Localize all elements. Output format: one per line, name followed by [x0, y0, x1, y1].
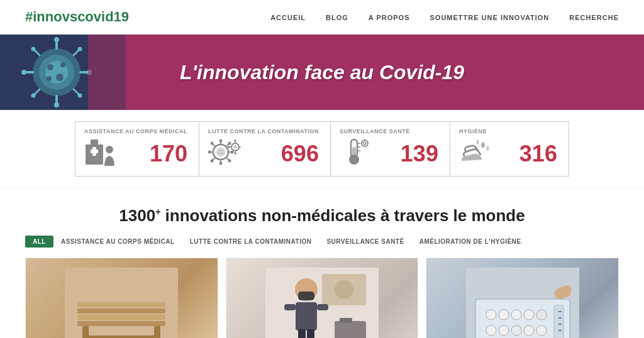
innovations-count: 1300	[119, 206, 155, 225]
svg-point-53	[234, 152, 236, 155]
filter-all[interactable]: ALL	[25, 236, 53, 248]
stat-number-contamination: 696	[281, 143, 319, 165]
nav-blog[interactable]: BLOG	[326, 14, 348, 21]
card-medical-kit[interactable]	[426, 258, 619, 338]
svg-rect-67	[77, 308, 165, 313]
svg-point-55	[228, 146, 230, 148]
stat-label-medical: ASSISTANCE AU CORPS MÉDICAL	[84, 128, 187, 134]
svg-point-17	[31, 94, 36, 98]
svg-point-96	[536, 325, 547, 335]
stat-card-hygiene: HYGIÈNE 316	[450, 121, 569, 177]
stat-card-contamination: LUTTE CONTRE LA CONTAMINATION	[199, 121, 330, 177]
svg-point-13	[31, 47, 36, 52]
svg-point-64	[364, 142, 366, 144]
svg-point-20	[47, 64, 53, 70]
svg-point-21	[60, 62, 65, 67]
svg-point-35	[219, 162, 223, 165]
svg-point-87	[486, 310, 496, 320]
svg-point-93	[499, 325, 509, 335]
navbar: #innovscovid19 ACCUEIL BLOG A PROPOS SOU…	[0, 0, 644, 35]
svg-point-33	[219, 139, 223, 143]
svg-rect-97	[554, 305, 564, 338]
stats-row: ASSISTANCE AU CORPS MÉDICAL 170 LUTTE C	[0, 110, 644, 188]
filter-contamination[interactable]: LUTTE CONTRE LA CONTAMINATION	[182, 236, 319, 248]
svg-point-9	[21, 70, 26, 75]
svg-point-22	[56, 74, 64, 81]
stat-number-surveillance: 139	[401, 143, 438, 165]
stat-label-surveillance: SURVEILLANCE SANTÉ	[340, 128, 410, 134]
svg-rect-80	[296, 302, 317, 330]
stat-card-surveillance: SURVEILLANCE SANTÉ	[330, 121, 450, 177]
thermometer-icon	[340, 138, 372, 170]
svg-point-23	[47, 76, 52, 81]
svg-point-7	[54, 102, 59, 107]
nav-links: ACCUEIL BLOG A PROPOS SOUMETTRE UNE INNO…	[270, 11, 619, 23]
svg-rect-24	[88, 35, 126, 110]
svg-point-94	[511, 325, 521, 335]
svg-rect-77	[340, 318, 352, 323]
card-image-medical-kit	[426, 258, 618, 338]
person-svg	[265, 268, 379, 338]
hero-background-image	[0, 35, 126, 110]
innovations-heading: 1300+ innovations non-médicales à traver…	[25, 206, 619, 226]
hero-title: L'innovation face au Covid-19	[180, 61, 464, 84]
svg-rect-81	[284, 304, 296, 310]
cards-row: Conception d'un banc en partie A pour le…	[0, 258, 644, 338]
svg-rect-68	[77, 315, 165, 320]
svg-point-88	[499, 310, 509, 320]
svg-point-51	[234, 139, 236, 142]
stat-label-hygiene: HYGIÈNE	[459, 128, 487, 134]
svg-rect-28	[91, 150, 98, 153]
svg-point-91	[536, 310, 547, 320]
svg-point-49	[233, 145, 237, 149]
virus-contamination-icon	[208, 138, 241, 170]
svg-point-92	[486, 325, 496, 335]
svg-point-89	[511, 310, 521, 320]
svg-point-19	[78, 94, 82, 98]
innovations-section: 1300+ innovations non-médicales à traver…	[0, 188, 644, 236]
hygiene-icon	[459, 138, 492, 170]
svg-rect-26	[91, 139, 98, 144]
svg-point-41	[211, 142, 214, 145]
nav-soumettre[interactable]: SOUMETTRE UNE INNOVATION	[430, 14, 549, 21]
svg-point-63	[362, 140, 368, 146]
virus-hero-svg	[0, 35, 126, 110]
svg-rect-83	[298, 329, 306, 338]
brand-logo[interactable]: #innovscovid19	[25, 9, 129, 25]
hero-banner: L'innovation face au Covid-19	[0, 35, 644, 110]
svg-point-90	[524, 310, 534, 320]
stat-body-medical: 170	[84, 138, 187, 170]
nav-apropos[interactable]: A PROPOS	[369, 14, 410, 21]
card-mask[interactable]: Plus de masque malodorant : Une entrepri…	[226, 258, 419, 338]
svg-point-39	[231, 151, 234, 154]
medical-icon	[84, 138, 117, 170]
stat-number-medical: 170	[150, 143, 187, 165]
stat-number-hygiene: 316	[519, 143, 557, 165]
svg-rect-72	[82, 335, 160, 338]
card-bench[interactable]: Conception d'un banc en partie A pour le…	[25, 258, 218, 338]
filter-hygiene[interactable]: AMÉLIORATION DE L'HYGIÈNE	[412, 236, 529, 248]
stat-body-surveillance: 139	[340, 138, 438, 170]
svg-point-43	[228, 142, 231, 145]
svg-rect-69	[77, 321, 165, 326]
svg-rect-79	[298, 292, 314, 300]
bench-svg	[65, 268, 178, 338]
filter-medical[interactable]: ASSISTANCE AU CORPS MÉDICAL	[53, 236, 182, 248]
medical-kit-svg	[466, 268, 579, 338]
svg-point-37	[208, 151, 211, 154]
svg-point-59	[349, 155, 359, 165]
svg-point-29	[106, 146, 113, 153]
stat-label-contamination: LUTTE CONTRE LA CONTAMINATION	[208, 128, 319, 134]
innovations-subtitle: innovations non-médicales à travers le m…	[160, 206, 525, 225]
svg-rect-84	[307, 329, 314, 338]
stat-card-medical: ASSISTANCE AU CORPS MÉDICAL 170	[75, 121, 199, 177]
nav-recherche[interactable]: RECHERCHE	[569, 14, 619, 21]
svg-rect-82	[317, 304, 328, 310]
filter-surveillance[interactable]: SURVEILLANCE SANTÉ	[319, 236, 411, 248]
card-image-bench	[26, 258, 218, 338]
svg-point-5	[54, 37, 59, 42]
svg-point-45	[211, 160, 214, 163]
svg-rect-76	[335, 321, 366, 338]
nav-accueil[interactable]: ACCUEIL	[270, 14, 306, 21]
svg-rect-66	[77, 302, 165, 307]
